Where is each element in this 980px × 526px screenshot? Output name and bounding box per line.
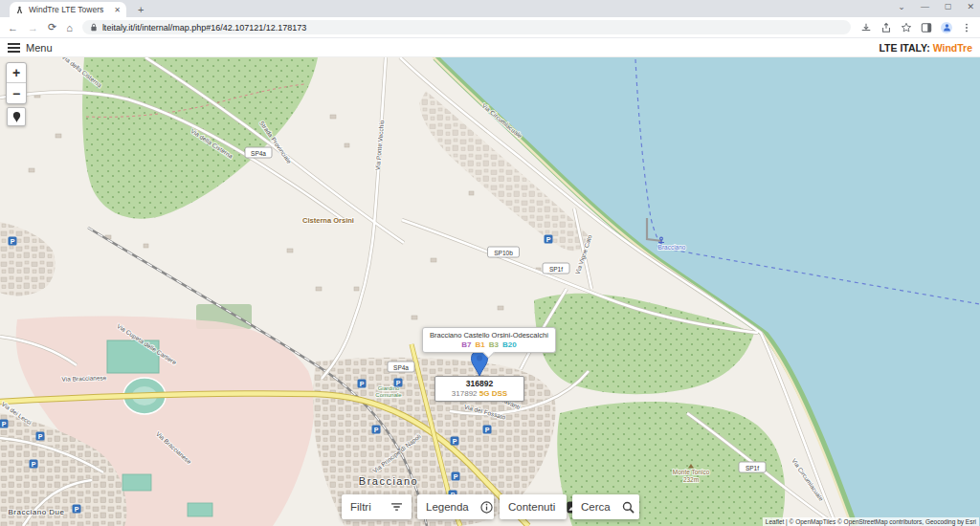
- map-label: SP1f: [543, 263, 569, 274]
- svg-text:Bracciano Due: Bracciano Due: [9, 508, 65, 516]
- svg-text:Monte Tonico: Monte Tonico: [673, 469, 710, 475]
- tower-id-label: 316892 317892 5G DSS: [434, 376, 524, 402]
- tower-tech-badge: 5G DSS: [479, 389, 507, 398]
- svg-text:P: P: [454, 473, 458, 480]
- band-badge: B20: [502, 340, 517, 349]
- hamburger-icon: [8, 43, 20, 53]
- svg-text:SP4a: SP4a: [393, 364, 409, 371]
- map-label: Bracciano Due: [9, 508, 65, 516]
- svg-text:P: P: [546, 236, 551, 243]
- window-minimize-icon[interactable]: —: [921, 2, 929, 11]
- menu-label: Menu: [26, 42, 53, 54]
- lock-icon: [90, 23, 98, 32]
- parking-icon: P: [372, 426, 381, 434]
- svg-text:SP4a: SP4a: [251, 150, 266, 157]
- map-canvas[interactable]: Via della CisternaVia della CisternaStra…: [0, 57, 980, 526]
- popup-bands: B7B1B3B20: [430, 340, 548, 349]
- parking-icon: P: [451, 437, 459, 446]
- back-icon[interactable]: ←: [8, 22, 18, 33]
- svg-text:P: P: [453, 438, 457, 445]
- parking-icon: P: [358, 380, 367, 388]
- tower-alt-id: 317892: [452, 389, 478, 398]
- address-bar[interactable]: lteitaly.it/it/internal/map.php#16/42.10…: [82, 20, 851, 34]
- svg-text:Comunale: Comunale: [375, 392, 402, 398]
- map-label: SP4a: [245, 147, 272, 158]
- map-label: SP10b: [488, 247, 520, 257]
- app-header: Menu LTE ITALY: WindTre: [0, 38, 980, 57]
- legenda-label: Legenda: [426, 501, 469, 513]
- map-label: Monte Tonico: [673, 469, 710, 475]
- parking-icon: P: [483, 426, 492, 434]
- pin-icon: [11, 111, 22, 123]
- svg-text:P: P: [2, 421, 7, 427]
- svg-text:P: P: [360, 381, 365, 387]
- browser-tabstrip: WindTre LTE Towers ✕ + ⌄ — ▢ ✕: [0, 0, 980, 17]
- parking-icon: P: [9, 237, 17, 246]
- svg-text:P: P: [485, 427, 490, 433]
- map-label: Comunale: [375, 392, 402, 398]
- map-label: SP1f: [739, 462, 766, 472]
- menu-button[interactable]: Menu: [8, 42, 53, 54]
- info-icon: [480, 501, 493, 514]
- map-label: Bracciano: [658, 244, 686, 251]
- legenda-button[interactable]: Legenda: [417, 494, 494, 519]
- map-label: Cisterna Orsini: [302, 216, 354, 225]
- reload-icon[interactable]: ⟳: [48, 21, 56, 33]
- brand-title: LTE ITALY: WindTre: [879, 42, 972, 54]
- filter-icon: [390, 502, 403, 512]
- parking-icon: P: [36, 432, 45, 441]
- profile-avatar[interactable]: [941, 22, 952, 33]
- bookmark-star-icon[interactable]: [901, 22, 912, 33]
- tab-search-icon[interactable]: ⌄: [898, 2, 905, 11]
- svg-text:Bracciano: Bracciano: [658, 244, 686, 251]
- cerca-button[interactable]: Cerca: [572, 494, 639, 519]
- svg-text:P: P: [38, 433, 43, 440]
- side-panel-icon[interactable]: [921, 22, 932, 33]
- parking-icon: P: [73, 505, 81, 514]
- svg-text:SP1f: SP1f: [746, 465, 759, 471]
- forward-icon[interactable]: →: [28, 22, 38, 33]
- map-label: Bracciano: [359, 475, 418, 487]
- install-icon[interactable]: [860, 22, 872, 33]
- contenuti-label: Contenuti: [508, 501, 555, 513]
- svg-text:P: P: [374, 427, 379, 433]
- cerca-label: Cerca: [581, 501, 611, 513]
- svg-text:Bracciano: Bracciano: [359, 475, 418, 487]
- favicon-tower-icon: [15, 6, 24, 14]
- window-restore-icon[interactable]: ▢: [945, 2, 952, 11]
- parking-icon: P: [30, 460, 38, 469]
- map-container[interactable]: Via della CisternaVia della CisternaStra…: [0, 57, 980, 526]
- map-toolbar: Filtri Legenda Contenuti Cerca: [342, 494, 639, 519]
- parking-icon: P: [394, 379, 403, 387]
- svg-text:Cisterna Orsini: Cisterna Orsini: [302, 216, 354, 225]
- tower-id: 316892: [435, 379, 523, 388]
- svg-text:P: P: [75, 506, 79, 513]
- zoom-in-button[interactable]: +: [7, 63, 26, 83]
- parking-icon: P: [0, 420, 9, 428]
- tab-close-icon[interactable]: ✕: [114, 6, 121, 14]
- svg-text:P: P: [32, 461, 36, 468]
- kebab-menu-icon[interactable]: [961, 22, 972, 33]
- new-tab-button[interactable]: +: [134, 2, 147, 17]
- search-icon: [622, 501, 635, 514]
- svg-text:232m: 232m: [683, 476, 699, 483]
- tab-title: WindTre LTE Towers: [29, 5, 109, 14]
- popup-title: Bracciano Castello Orsini-Odescalchi: [430, 331, 548, 340]
- parking-icon: P: [452, 472, 460, 481]
- zoom-out-button[interactable]: −: [7, 83, 26, 103]
- band-badge: B3: [489, 340, 499, 349]
- map-label: SP4a: [388, 362, 414, 372]
- svg-text:P: P: [11, 238, 15, 245]
- svg-text:P: P: [396, 380, 401, 386]
- browser-tab[interactable]: WindTre LTE Towers ✕: [10, 2, 126, 17]
- parking-icon: P: [545, 235, 553, 244]
- filtri-button[interactable]: Filtri: [342, 494, 412, 519]
- svg-text:SP1f: SP1f: [549, 266, 563, 273]
- contenuti-button[interactable]: Contenuti: [500, 494, 567, 519]
- tower-alt-line: 317892 5G DSS: [435, 389, 523, 398]
- window-close-icon[interactable]: ✕: [967, 2, 974, 11]
- pin-tool-button[interactable]: [7, 107, 26, 126]
- share-icon[interactable]: [880, 22, 892, 33]
- brand-prefix: LTE ITALY:: [879, 42, 932, 54]
- home-icon[interactable]: ⌂: [66, 22, 73, 33]
